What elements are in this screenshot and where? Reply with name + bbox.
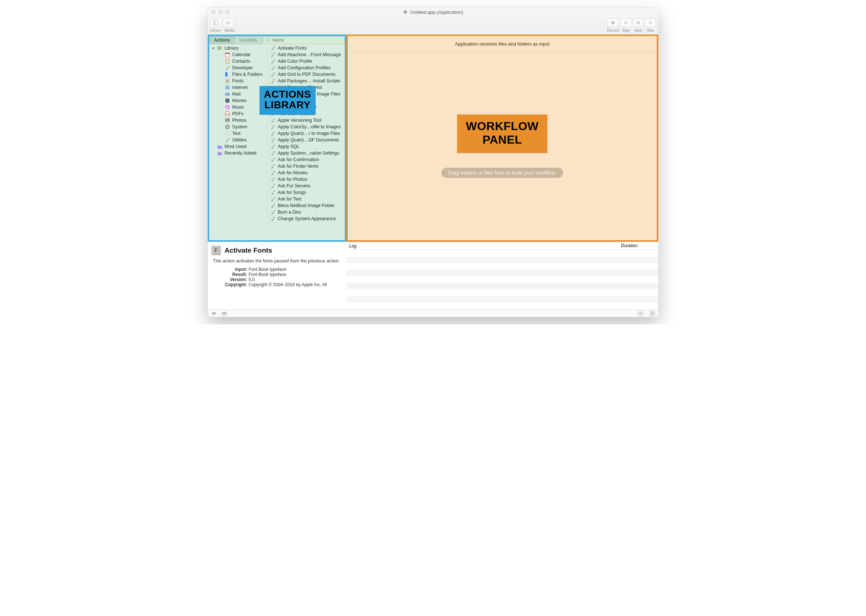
category-item[interactable]: Most Used (209, 143, 267, 150)
category-item[interactable]: Utilities (209, 137, 267, 143)
record-button[interactable] (608, 18, 619, 27)
zoom-window-button[interactable] (225, 10, 229, 14)
action-item[interactable]: Apply System…ration Settings (268, 150, 345, 156)
library-toggle-button[interactable] (211, 18, 222, 27)
category-item[interactable]: Mail (209, 91, 267, 97)
action-item[interactable]: Add Configuration Profiles (268, 64, 345, 71)
log-col-log[interactable]: Log (346, 242, 618, 250)
svg-rect-10 (220, 46, 221, 50)
results-view-button[interactable] (649, 311, 655, 316)
tab-actions[interactable]: Actions (209, 36, 234, 44)
action-label: Ask for Confirmation (278, 157, 319, 162)
action-icon (270, 137, 276, 143)
action-icon (270, 130, 276, 136)
action-item[interactable]: Apply Quartz…DF Documents (268, 137, 345, 143)
category-item[interactable]: FFonts (209, 78, 267, 84)
media-toggle-button[interactable] (223, 18, 234, 27)
font-icon: F (211, 246, 221, 255)
variables-tray-button[interactable] (221, 311, 228, 316)
svg-point-37 (228, 138, 229, 140)
category-item[interactable]: Photos (209, 117, 267, 124)
log-row (346, 263, 658, 270)
category-item[interactable]: System (209, 124, 267, 130)
category-label: Movies (232, 98, 247, 103)
category-list[interactable]: ▼LibraryCalendarContactsDeveloperFiles &… (209, 44, 267, 240)
workflow-drop-hint: Drag actions or files here to build your… (442, 168, 563, 178)
action-label: Apply SQL (278, 144, 300, 149)
action-list[interactable]: Activate FontsAdd Attachme…Front Message… (267, 44, 345, 240)
action-item[interactable]: Add Attachme…Front Message (268, 51, 345, 58)
gear-menu-button[interactable] (211, 311, 217, 316)
action-item[interactable]: Ask for Photos (268, 176, 345, 182)
action-item[interactable]: Apply Quartz…r to Image Files (268, 130, 345, 137)
tab-variables[interactable]: Variables (234, 36, 261, 44)
action-item[interactable]: Ask for Movies (268, 170, 345, 176)
svg-rect-1 (214, 20, 218, 24)
search-input[interactable] (272, 38, 342, 42)
action-label: Apply Quartz…r to Image Files (278, 131, 340, 136)
action-icon (270, 117, 276, 123)
log-row (346, 283, 658, 289)
action-item[interactable]: Add Grid to PDF Documents (268, 71, 345, 78)
svg-point-60 (273, 191, 275, 192)
action-item[interactable]: Burn a Disc (268, 209, 345, 215)
close-window-button[interactable] (211, 10, 216, 14)
tools-icon (225, 137, 230, 143)
category-item[interactable]: Music (209, 104, 267, 110)
action-item[interactable]: Change System Appearance (268, 215, 345, 222)
workflow-panel: Application receives files and folders a… (346, 35, 658, 242)
step-button[interactable] (620, 18, 631, 27)
library-label: Library (210, 28, 221, 33)
run-button[interactable] (645, 18, 656, 27)
category-item[interactable]: Developer (209, 64, 267, 71)
window-title: Untitled.app (Application) (208, 9, 658, 15)
log-col-duration[interactable]: Duration (618, 242, 658, 250)
category-item[interactable]: PDFPDFs (209, 110, 267, 117)
action-item[interactable]: Apple Versioning Tool (268, 117, 345, 124)
category-item[interactable]: Calendar (209, 51, 267, 58)
record-label: Record (607, 28, 619, 33)
action-item[interactable]: Ask for Songs (268, 189, 345, 196)
action-item[interactable]: Activate Fonts (268, 45, 345, 51)
log-row (346, 276, 658, 283)
svg-point-25 (227, 100, 228, 101)
action-icon (270, 52, 276, 58)
category-item[interactable]: Movies (209, 97, 267, 104)
log-view-button[interactable] (638, 311, 644, 316)
minimize-window-button[interactable] (218, 10, 223, 14)
action-item[interactable]: Add Color Profile (268, 58, 345, 64)
text-icon (225, 130, 230, 136)
action-label: Burn a Disc (278, 210, 302, 215)
category-item[interactable]: Recently Added (209, 150, 267, 156)
library-tabs: Actions Variables (209, 36, 262, 44)
svg-point-50 (273, 125, 275, 126)
svg-point-6 (266, 38, 269, 41)
category-label: Text (232, 131, 240, 136)
svg-point-63 (273, 210, 275, 212)
search-field[interactable] (263, 36, 345, 44)
action-item[interactable]: Ask for Confirmation (268, 156, 345, 163)
category-item[interactable]: Contacts (209, 58, 267, 64)
action-item[interactable]: Apply SQL (268, 143, 345, 150)
action-item[interactable]: Ask For Servers (268, 182, 345, 189)
action-item[interactable]: Add Packages…-Install Scripts (268, 78, 345, 84)
stop-button[interactable] (633, 18, 644, 27)
action-icon (270, 216, 276, 222)
action-icon (270, 203, 276, 209)
category-item[interactable]: ▼Library (209, 45, 267, 51)
svg-point-32 (227, 126, 228, 127)
action-item[interactable]: Ask for Finder Items (268, 163, 345, 170)
action-icon (270, 150, 276, 156)
action-icon (270, 58, 276, 64)
action-icon (270, 196, 276, 202)
svg-rect-17 (228, 72, 229, 77)
svg-point-0 (404, 10, 407, 14)
category-item[interactable]: Internet (209, 84, 267, 91)
workflow-input-header[interactable]: Application receives files and folders a… (348, 36, 657, 52)
action-item[interactable]: Ask for Text (268, 196, 345, 202)
titlebar: Untitled.app (Application) (208, 8, 658, 16)
action-item[interactable]: Apply ColorSy…ofile to Images (268, 124, 345, 130)
category-item[interactable]: Files & Folders (209, 71, 267, 78)
action-item[interactable]: Bless NetBoot Image Folder (268, 202, 345, 209)
category-item[interactable]: Text (209, 130, 267, 137)
